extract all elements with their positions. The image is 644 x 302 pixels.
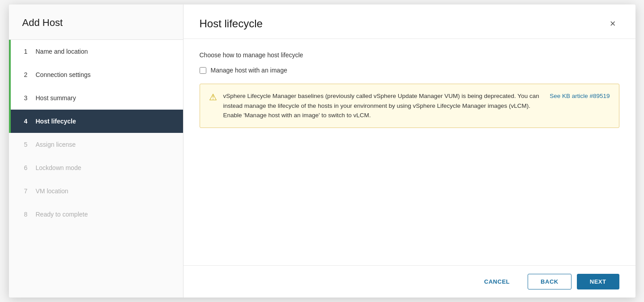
page-title: Host lifecycle <box>200 17 263 30</box>
step-number-4: 4 <box>24 118 31 125</box>
manage-image-label[interactable]: Manage host with an image <box>211 67 287 74</box>
sidebar: Add Host 1Name and location2Connection s… <box>9 4 183 298</box>
next-button[interactable]: NEXT <box>577 274 619 289</box>
main-header: Host lifecycle × <box>183 4 635 39</box>
main-content: Host lifecycle × Choose how to manage ho… <box>183 4 635 298</box>
close-button[interactable]: × <box>606 17 619 30</box>
step-label-7: VM location <box>36 187 68 195</box>
step-label-6: Lockdown mode <box>36 164 81 171</box>
add-host-dialog: Add Host 1Name and location2Connection s… <box>9 4 635 298</box>
step-number-7: 7 <box>24 187 31 195</box>
sidebar-step-5: 5Assign license <box>9 133 183 156</box>
step-number-1: 1 <box>24 48 31 55</box>
step-label-1: Name and location <box>36 48 88 55</box>
subtitle: Choose how to manage host lifecycle <box>200 51 619 59</box>
main-body: Choose how to manage host lifecycle Mana… <box>183 39 635 265</box>
step-number-5: 5 <box>24 141 31 148</box>
sidebar-step-3[interactable]: 3Host summary <box>9 86 183 110</box>
manage-image-row: Manage host with an image <box>200 67 619 74</box>
warning-box: ⚠ vSphere Lifecycle Manager baselines (p… <box>200 84 619 128</box>
sidebar-step-8: 8Ready to complete <box>9 203 183 226</box>
manage-image-checkbox[interactable] <box>200 67 206 74</box>
step-label-4: Host lifecycle <box>36 118 76 125</box>
step-number-8: 8 <box>24 211 31 218</box>
footer: CANCEL BACK NEXT <box>183 265 635 298</box>
warning-icon: ⚠ <box>209 92 217 102</box>
cancel-button[interactable]: CANCEL <box>472 274 522 289</box>
sidebar-step-1[interactable]: 1Name and location <box>9 40 183 63</box>
step-number-3: 3 <box>24 94 31 102</box>
sidebar-step-6: 6Lockdown mode <box>9 156 183 179</box>
step-number-2: 2 <box>24 71 31 78</box>
warning-text: vSphere Lifecycle Manager baselines (pre… <box>223 91 546 120</box>
back-button[interactable]: BACK <box>528 274 571 289</box>
sidebar-step-7: 7VM location <box>9 179 183 203</box>
steps-list: 1Name and location2Connection settings3H… <box>9 40 183 298</box>
warning-top-row: vSphere Lifecycle Manager baselines (pre… <box>223 91 610 120</box>
warning-content: vSphere Lifecycle Manager baselines (pre… <box>223 91 610 120</box>
step-number-6: 6 <box>24 164 31 171</box>
step-label-2: Connection settings <box>36 71 91 78</box>
sidebar-step-4[interactable]: 4Host lifecycle <box>9 110 183 133</box>
kb-article-link[interactable]: See KB article #89519 <box>550 91 610 101</box>
step-label-5: Assign license <box>36 141 76 148</box>
step-label-3: Host summary <box>36 94 76 102</box>
step-label-8: Ready to complete <box>36 211 88 218</box>
dialog-title: Add Host <box>9 4 183 40</box>
sidebar-step-2[interactable]: 2Connection settings <box>9 63 183 86</box>
